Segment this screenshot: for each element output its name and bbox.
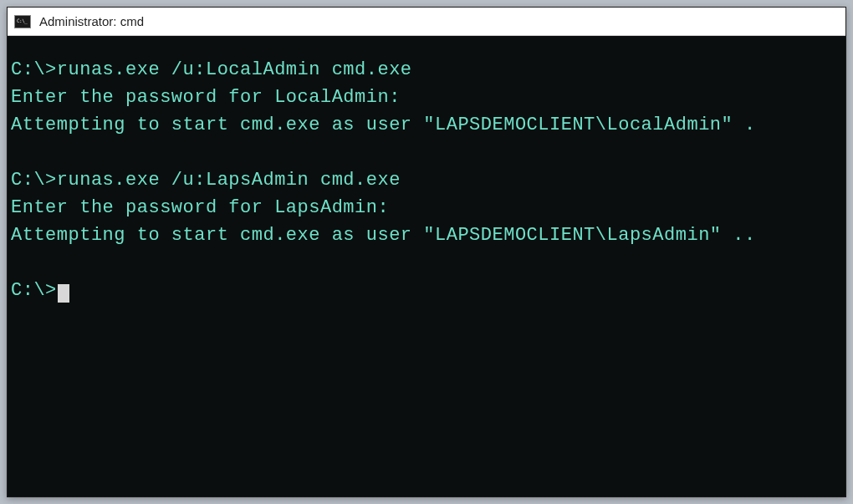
prompt-line: C:\> bbox=[11, 277, 842, 304]
terminal-line: Attempting to start cmd.exe as user "LAP… bbox=[11, 111, 842, 139]
prompt: C:\> bbox=[11, 277, 57, 304]
terminal-line: C:\>runas.exe /u:LapsAdmin cmd.exe bbox=[11, 166, 842, 194]
terminal-line: Enter the password for LapsAdmin: bbox=[11, 194, 842, 221]
cmd-window: Administrator: cmd C:\>runas.exe /u:Loca… bbox=[7, 7, 846, 497]
window-title: Administrator: cmd bbox=[39, 14, 144, 28]
terminal-output[interactable]: C:\>runas.exe /u:LocalAdmin cmd.exe Ente… bbox=[8, 36, 845, 496]
cmd-icon bbox=[14, 15, 31, 28]
terminal-line: Enter the password for LocalAdmin: bbox=[11, 84, 842, 111]
titlebar[interactable]: Administrator: cmd bbox=[8, 8, 845, 36]
blank-line bbox=[11, 139, 842, 166]
cursor bbox=[58, 284, 69, 303]
terminal-line: Attempting to start cmd.exe as user "LAP… bbox=[11, 221, 842, 249]
blank-line bbox=[11, 249, 842, 277]
terminal-line: C:\>runas.exe /u:LocalAdmin cmd.exe bbox=[11, 56, 842, 84]
